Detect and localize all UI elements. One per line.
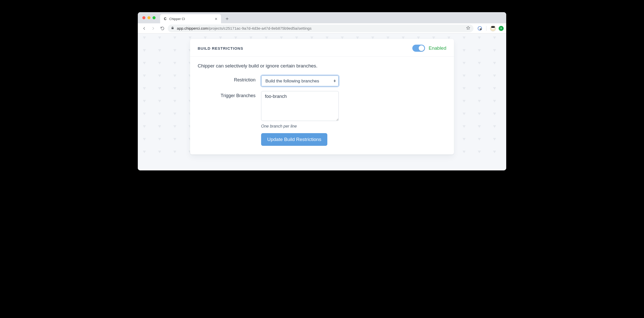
page-content: Build Restrictions Enabled Chipper can s…: [138, 33, 506, 170]
card-header: Build Restrictions Enabled: [190, 39, 454, 57]
address-bar[interactable]: app.chipperci.com/projects/c25171ac-9a7d…: [168, 25, 473, 32]
card-body: Chipper can selectively build or ignore …: [190, 57, 454, 154]
tab-strip: C Chipper CI: [138, 12, 506, 23]
forward-button[interactable]: [149, 25, 157, 32]
new-tab-button[interactable]: [224, 15, 231, 22]
window-minimize-button[interactable]: [147, 16, 150, 19]
url-text: app.chipperci.com/projects/c25171ac-9a7d…: [177, 26, 312, 30]
enable-toggle-label: Enabled: [429, 45, 446, 51]
window-close-button[interactable]: [142, 16, 145, 19]
restriction-row: Restriction Build the following branches: [198, 75, 446, 86]
svg-rect-2: [481, 29, 481, 29]
build-restrictions-card: Build Restrictions Enabled Chipper can s…: [190, 39, 454, 154]
extension-icon-1[interactable]: [477, 26, 483, 31]
extension-icon-2[interactable]: [499, 26, 504, 31]
window-controls: [141, 12, 158, 23]
restriction-select-wrap: Build the following branches: [261, 75, 339, 86]
shield-info-icon: [477, 26, 482, 31]
tab-close-button[interactable]: [214, 17, 218, 21]
branches-label: Trigger Branches: [198, 91, 261, 98]
profile-avatar[interactable]: [490, 25, 496, 31]
toolbar-divider: [486, 26, 486, 31]
plus-icon: [225, 17, 229, 21]
browser-window: C Chipper CI app.chipperci.com/projects/…: [138, 12, 506, 170]
browser-toolbar: app.chipperci.com/projects/c25171ac-9a7d…: [138, 23, 506, 33]
window-zoom-button[interactable]: [152, 16, 156, 19]
restriction-label: Restriction: [198, 75, 261, 83]
tab-favicon: C: [163, 17, 167, 21]
card-title: Build Restrictions: [198, 46, 243, 50]
url-path: /projects/c25171ac-9a7d-4d3e-a47d-8eb875…: [208, 26, 311, 30]
update-build-restrictions-button[interactable]: Update Build Restrictions: [261, 133, 327, 146]
close-icon: [214, 17, 218, 21]
reload-icon: [160, 26, 165, 31]
arrow-left-icon: [142, 26, 146, 31]
browser-tab[interactable]: C Chipper CI: [160, 14, 221, 23]
svg-point-3: [481, 29, 481, 30]
bookmark-button[interactable]: [466, 26, 470, 31]
enable-toggle-group: Enabled: [412, 45, 446, 52]
branches-row: Trigger Branches One branch per line: [198, 91, 446, 129]
branches-hint: One branch per line: [261, 124, 339, 129]
branches-textarea[interactable]: [261, 91, 339, 121]
restriction-select[interactable]: Build the following branches: [261, 75, 339, 86]
arrow-right-icon: [151, 26, 156, 31]
back-button[interactable]: [140, 25, 148, 32]
card-intro: Chipper can selectively build or ignore …: [198, 63, 446, 69]
url-host: app.chipperci.com: [177, 26, 208, 30]
extension-icons: [475, 25, 504, 31]
submit-spacer: [198, 133, 261, 146]
arrow-up-icon: [500, 27, 502, 30]
enable-toggle[interactable]: [412, 45, 425, 52]
star-icon: [466, 26, 470, 30]
lock-icon: [171, 26, 174, 30]
tab-title: Chipper CI: [169, 17, 212, 21]
reload-button[interactable]: [159, 25, 166, 32]
submit-row: Update Build Restrictions: [198, 133, 446, 146]
